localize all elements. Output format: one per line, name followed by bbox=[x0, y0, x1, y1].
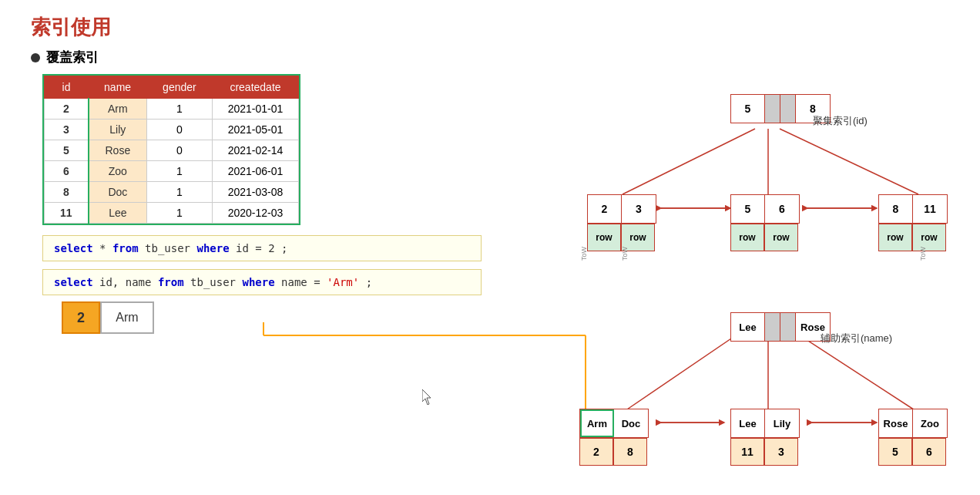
cell-name: Doc bbox=[89, 182, 147, 203]
bullet-icon bbox=[31, 53, 40, 62]
table-row: 3 Lily 0 2021-05-01 bbox=[45, 120, 299, 140]
l2r-cell-8: 8 bbox=[879, 195, 913, 223]
root-arrow-2 bbox=[780, 95, 796, 123]
sql-box-2: select id, name from tb_user where name … bbox=[42, 269, 482, 295]
leaf-arm: Arm bbox=[580, 409, 614, 437]
table-row: 5 Rose 0 2021-02-14 bbox=[45, 140, 299, 161]
root-cell-5: 5 bbox=[731, 95, 765, 123]
secondary-label: 辅助索引(name) bbox=[821, 332, 892, 345]
level2-right-node: 8 11 row row bbox=[878, 194, 948, 251]
leaf-right-node: Rose Zoo 5 6 bbox=[878, 409, 948, 466]
result-name: Arm bbox=[100, 301, 154, 334]
table-row: 11 Lee 1 2020-12-03 bbox=[45, 203, 299, 224]
tow-l2l-1: ToW bbox=[580, 199, 588, 261]
l2m-cell-6: 6 bbox=[765, 195, 799, 223]
secondary-root-node: Lee Rose bbox=[730, 312, 831, 342]
leaf-zoo: Zoo bbox=[913, 409, 947, 437]
leaf-arm-id: 2 bbox=[579, 438, 613, 466]
sec-root-arrow-2 bbox=[780, 313, 796, 341]
result-id: 2 bbox=[62, 301, 100, 334]
leaf-doc-id: 8 bbox=[613, 438, 647, 466]
cell-date: 2021-01-01 bbox=[212, 99, 299, 120]
sql-box-1: select * from tb_user where id = 2 ; bbox=[42, 235, 482, 261]
section-subtitle: 覆盖索引 bbox=[0, 49, 980, 66]
l2l-cell-2: 2 bbox=[588, 195, 622, 223]
clustered-label: 聚集索引(id) bbox=[813, 114, 868, 128]
col-gender: gender bbox=[147, 76, 213, 99]
table-row: 6 Zoo 1 2021-06-01 bbox=[45, 161, 299, 182]
leaf-left-node: Arm Doc 2 8 bbox=[579, 409, 649, 466]
cell-name: Arm bbox=[89, 99, 147, 120]
result-row: 2 Arm bbox=[62, 301, 980, 334]
l2r-row-1: row bbox=[878, 224, 912, 251]
cell-id: 3 bbox=[45, 120, 89, 140]
col-createdate: createdate bbox=[212, 76, 299, 99]
leaf-doc: Doc bbox=[614, 409, 648, 437]
leaf-lily: Lily bbox=[765, 409, 799, 437]
l2m-cell-5: 5 bbox=[731, 195, 765, 223]
leaf-mid-node: Lee Lily 11 3 bbox=[730, 409, 800, 466]
cell-name: Rose bbox=[89, 140, 147, 161]
cell-gender: 1 bbox=[147, 182, 213, 203]
cell-id: 11 bbox=[45, 203, 89, 224]
leaf-lee: Lee bbox=[731, 409, 765, 437]
cell-id: 5 bbox=[45, 140, 89, 161]
cell-date: 2021-06-01 bbox=[212, 161, 299, 182]
table-row: 8 Doc 1 2021-03-08 bbox=[45, 182, 299, 203]
l2m-row-1: row bbox=[730, 224, 764, 251]
cell-id: 8 bbox=[45, 182, 89, 203]
l2m-row-2: row bbox=[764, 224, 798, 251]
leaf-zoo-id: 6 bbox=[912, 438, 946, 466]
sec-root-arrow-1 bbox=[765, 313, 780, 341]
cell-name: Lee bbox=[89, 203, 147, 224]
table-row: 2 Arm 1 2021-01-01 bbox=[45, 99, 299, 120]
col-name: name bbox=[89, 76, 147, 99]
cell-gender: 1 bbox=[147, 99, 213, 120]
col-id: id bbox=[45, 76, 89, 99]
sec-root-lee: Lee bbox=[731, 313, 765, 341]
cell-id: 6 bbox=[45, 161, 89, 182]
page-title: 索引使用 bbox=[0, 0, 980, 49]
l2l-row-1: row bbox=[587, 224, 621, 251]
svg-marker-17 bbox=[422, 389, 431, 405]
cell-gender: 1 bbox=[147, 203, 213, 224]
level2-mid-node: 5 6 row row bbox=[730, 194, 800, 251]
tow-l2r-1: ToW bbox=[919, 199, 927, 261]
cell-date: 2021-05-01 bbox=[212, 120, 299, 140]
leaf-rose: Rose bbox=[879, 409, 913, 437]
cell-id: 2 bbox=[45, 99, 89, 120]
data-table: id name gender createdate 2 Arm 1 2021-0… bbox=[44, 76, 299, 224]
leaf-rose-id: 5 bbox=[878, 438, 912, 466]
table-area: id name gender createdate 2 Arm 1 2021-0… bbox=[0, 74, 980, 227]
leaf-lee-id: 11 bbox=[730, 438, 764, 466]
cell-name: Lily bbox=[89, 120, 147, 140]
tow-l2l-2: ToW bbox=[621, 199, 629, 261]
cell-gender: 0 bbox=[147, 140, 213, 161]
root-arrow-1 bbox=[765, 95, 780, 123]
cell-gender: 0 bbox=[147, 120, 213, 140]
cell-name: Zoo bbox=[89, 161, 147, 182]
l2r-cell-11: 11 bbox=[913, 195, 947, 223]
cell-date: 2021-02-14 bbox=[212, 140, 299, 161]
cell-gender: 1 bbox=[147, 161, 213, 182]
leaf-lily-id: 3 bbox=[764, 438, 798, 466]
l2r-row-2: row bbox=[912, 224, 946, 251]
data-table-wrapper: id name gender createdate 2 Arm 1 2021-0… bbox=[42, 74, 300, 225]
cell-date: 2020-12-03 bbox=[212, 203, 299, 224]
mouse-cursor bbox=[422, 389, 431, 405]
cell-date: 2021-03-08 bbox=[212, 182, 299, 203]
